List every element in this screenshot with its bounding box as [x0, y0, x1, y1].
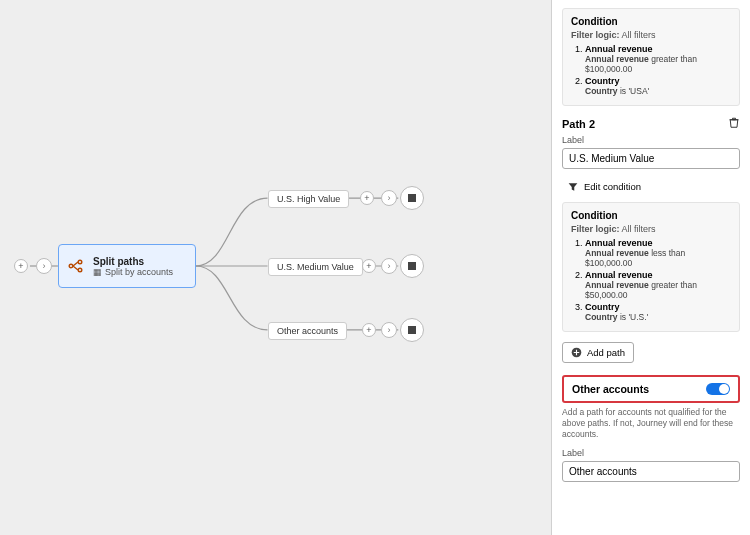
end-node-2[interactable]: [400, 254, 424, 278]
split-paths-node[interactable]: Split paths ▦Split by accounts: [58, 244, 196, 288]
filter-logic: Filter logic: All filters: [571, 224, 731, 234]
path2-rules: Annual revenueAnnual revenue less than $…: [571, 238, 731, 322]
condition-heading: Condition: [571, 210, 731, 221]
label-caption: Label: [562, 135, 740, 145]
filter-icon: [568, 182, 578, 192]
other-accounts-section: Other accounts: [562, 375, 740, 403]
path1-condition-box: Condition Filter logic: All filters Annu…: [562, 8, 740, 106]
branch-label-2[interactable]: U.S. Medium Value: [268, 258, 363, 276]
label-caption: Label: [562, 448, 740, 458]
split-node-subtitle: ▦Split by accounts: [93, 267, 173, 277]
chevron-right-icon: ›: [36, 258, 52, 274]
add-node-button[interactable]: +: [14, 259, 28, 273]
add-path-button[interactable]: Add path: [562, 342, 634, 363]
chevron-right-icon: ›: [381, 258, 397, 274]
svg-point-2: [78, 268, 82, 272]
plus-circle-icon: [571, 347, 582, 358]
other-accounts-label-input[interactable]: [562, 461, 740, 482]
chevron-right-icon: ›: [381, 322, 397, 338]
svg-point-0: [69, 264, 73, 268]
path2-condition-box: Condition Filter logic: All filters Annu…: [562, 202, 740, 332]
chevron-right-icon: ›: [381, 190, 397, 206]
path2-header: Path 2: [562, 116, 740, 131]
condition-heading: Condition: [571, 16, 731, 27]
other-accounts-title: Other accounts: [572, 383, 649, 395]
edit-condition-button[interactable]: Edit condition: [562, 177, 740, 196]
journey-canvas[interactable]: + › Split paths ▦Split by accounts U.S. …: [0, 0, 552, 535]
other-accounts-toggle[interactable]: [706, 383, 730, 395]
add-node-branch-1[interactable]: +: [360, 191, 374, 205]
branch-label-1[interactable]: U.S. High Value: [268, 190, 349, 208]
path2-label-input[interactable]: [562, 148, 740, 169]
filter-logic: Filter logic: All filters: [571, 30, 731, 40]
end-node-1[interactable]: [400, 186, 424, 210]
end-node-3[interactable]: [400, 318, 424, 342]
add-node-branch-3[interactable]: +: [362, 323, 376, 337]
delete-path-button[interactable]: [728, 116, 740, 131]
split-node-title: Split paths: [93, 256, 173, 267]
split-icon: [67, 257, 85, 275]
add-node-branch-2[interactable]: +: [362, 259, 376, 273]
path2-title: Path 2: [562, 118, 595, 130]
properties-panel: Condition Filter logic: All filters Annu…: [552, 0, 750, 535]
path1-rules: Annual revenueAnnual revenue greater tha…: [571, 44, 731, 96]
svg-point-1: [78, 260, 82, 264]
branch-label-3[interactable]: Other accounts: [268, 322, 347, 340]
other-accounts-help: Add a path for accounts not qualified fo…: [562, 407, 740, 440]
